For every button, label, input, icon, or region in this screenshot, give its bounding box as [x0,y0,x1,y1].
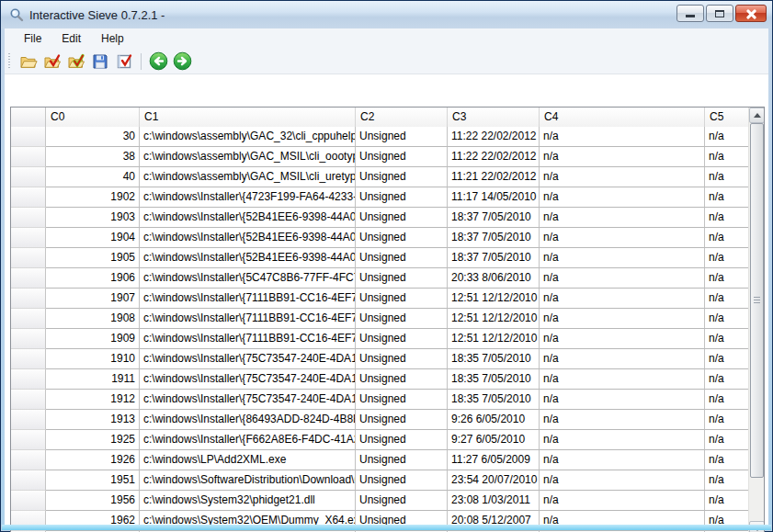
cell-c3[interactable]: 12:51 12/12/2010 [448,329,540,349]
forward-button[interactable] [171,51,193,73]
row-selector[interactable] [11,349,46,369]
row-selector[interactable] [11,187,46,208]
cell-c5[interactable]: n/a [705,208,748,228]
cell-c3[interactable]: 18:37 7/05/2010 [448,248,540,268]
row-selector[interactable] [11,309,46,329]
cell-c0[interactable]: 30 [46,127,140,147]
cell-c2[interactable]: Unsigned [356,187,448,208]
cell-c4[interactable]: n/a [540,167,705,187]
cell-c5[interactable]: n/a [705,187,748,208]
cell-c1[interactable]: c:\windows\Installer\{75C73547-240E-4DA1… [140,349,356,369]
scroll-up-button[interactable] [749,108,765,123]
cell-c1[interactable]: c:\windows\LP\Add2XML.exe [140,450,356,470]
cell-c1[interactable]: c:\windows\Installer\{52B41EE6-9398-44A0… [140,208,356,228]
cell-c2[interactable]: Unsigned [356,147,448,167]
cell-c2[interactable]: Unsigned [356,289,448,309]
cell-c4[interactable]: n/a [540,248,705,268]
cell-c0[interactable]: 1904 [46,228,140,248]
cell-c2[interactable]: Unsigned [356,309,448,329]
cell-c1[interactable]: c:\windows\SoftwareDistribution\Download… [140,470,356,491]
row-selector[interactable] [11,268,46,289]
cell-c3[interactable]: 11:27 6/05/2009 [448,450,540,470]
row-selector[interactable] [11,228,46,248]
cell-c4[interactable]: n/a [540,289,705,309]
cell-c2[interactable]: Unsigned [356,349,448,369]
cell-c1[interactable]: c:\windows\Installer\{86493ADD-824D-4B8E… [140,410,356,430]
cell-c1[interactable]: c:\windows\assembly\GAC_MSIL\cli_uretype… [140,167,356,187]
cell-c3[interactable]: 20:33 8/06/2010 [448,268,540,289]
cell-c3[interactable]: 18:35 7/05/2010 [448,369,540,390]
cell-c3[interactable]: 11:22 22/02/2012 [448,147,540,167]
row-selector[interactable] [11,410,46,430]
cell-c2[interactable]: Unsigned [356,430,448,450]
cell-c4[interactable]: n/a [540,349,705,369]
open-folder-check-button[interactable] [41,51,63,73]
cell-c0[interactable]: 40 [46,167,140,187]
cell-c2[interactable]: Unsigned [356,208,448,228]
column-header-C1[interactable]: C1 [140,108,356,127]
cell-c5[interactable]: n/a [705,147,748,167]
cell-c5[interactable]: n/a [705,390,748,410]
cell-c0[interactable]: 1907 [46,289,140,309]
cell-c2[interactable]: Unsigned [356,268,448,289]
cell-c5[interactable]: n/a [705,289,748,309]
cell-c2[interactable]: Unsigned [356,410,448,430]
cell-c1[interactable]: c:\windows\assembly\GAC_MSIL\cli_oootype… [140,147,356,167]
menu-edit[interactable]: Edit [51,29,91,48]
row-selector[interactable] [11,470,46,491]
column-header-C4[interactable]: C4 [540,108,705,127]
cell-c2[interactable]: Unsigned [356,167,448,187]
cell-c2[interactable]: Unsigned [356,470,448,491]
cell-c5[interactable]: n/a [705,450,748,470]
column-header-C0[interactable]: C0 [46,108,140,127]
cell-c0[interactable]: 1909 [46,329,140,349]
cell-c1[interactable]: c:\windows\Installer\{75C73547-240E-4DA1… [140,390,356,410]
cell-c2[interactable]: Unsigned [356,450,448,470]
cell-c2[interactable]: Unsigned [356,329,448,349]
cell-c1[interactable]: c:\windows\Installer\{7111BB91-CC16-4EF7… [140,329,356,349]
cell-c3[interactable]: 18:35 7/05/2010 [448,349,540,369]
cell-c5[interactable]: n/a [705,309,748,329]
row-selector[interactable] [11,430,46,450]
cell-c4[interactable]: n/a [540,450,705,470]
vertical-scrollbar[interactable] [748,108,764,532]
vertical-scroll-thumb[interactable] [750,123,764,478]
cell-c5[interactable]: n/a [705,369,748,390]
row-selector[interactable] [11,491,46,511]
row-selector[interactable] [11,147,46,167]
cell-c1[interactable]: c:\windows\Installer\{52B41EE6-9398-44A0… [140,228,356,248]
cell-c1[interactable]: c:\windows\Installer\{7111BB91-CC16-4EF7… [140,309,356,329]
cell-c3[interactable]: 11:17 14/05/2010 [448,187,540,208]
cell-c3[interactable]: 12:51 12/12/2010 [448,309,540,329]
cell-c3[interactable]: 11:22 22/02/2012 [448,127,540,147]
cell-c1[interactable]: c:\windows\Installer\{4723F199-FA64-4233… [140,187,356,208]
maximize-button[interactable] [706,5,733,22]
cell-c3[interactable]: 23:08 1/03/2011 [448,491,540,511]
cell-c4[interactable]: n/a [540,410,705,430]
open-folder-check-alt-button[interactable] [65,51,87,73]
cell-c2[interactable]: Unsigned [356,390,448,410]
cell-c5[interactable]: n/a [705,329,748,349]
cell-c3[interactable]: 9:27 6/05/2010 [448,430,540,450]
cell-c4[interactable]: n/a [540,127,705,147]
cell-c0[interactable]: 1925 [46,430,140,450]
cell-c0[interactable]: 1908 [46,309,140,329]
cell-c4[interactable]: n/a [540,430,705,450]
cell-c0[interactable]: 1902 [46,187,140,208]
cell-c5[interactable]: n/a [705,228,748,248]
cell-c0[interactable]: 1926 [46,450,140,470]
sheet-check-button[interactable] [113,51,135,73]
cell-c0[interactable]: 1903 [46,208,140,228]
cell-c1[interactable]: c:\windows\Installer\{F662A8E6-F4DC-41A2… [140,430,356,450]
title-bar[interactable]: Interactive Sieve 0.7.2.1 - [1,1,772,28]
cell-c0[interactable]: 1912 [46,390,140,410]
corner-header[interactable] [11,108,46,127]
row-selector[interactable] [11,450,46,470]
close-button[interactable] [735,5,767,22]
cell-c0[interactable]: 1956 [46,491,140,511]
cell-c0[interactable]: 1906 [46,268,140,289]
cell-c4[interactable]: n/a [540,309,705,329]
cell-c1[interactable]: c:\windows\Installer\{7111BB91-CC16-4EF7… [140,289,356,309]
cell-c2[interactable]: Unsigned [356,369,448,390]
back-button[interactable] [147,51,169,73]
